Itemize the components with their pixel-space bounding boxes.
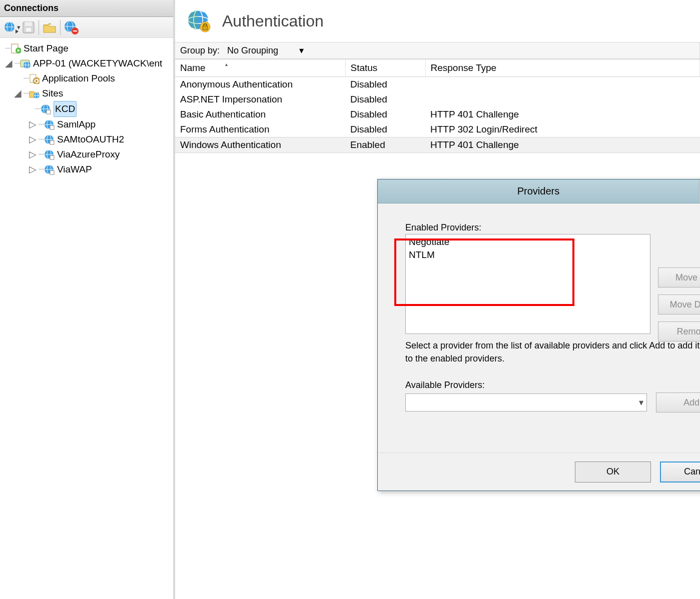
tree-label: Application Pools bbox=[42, 71, 115, 86]
enabled-providers-list[interactable]: Negotiate NTLM bbox=[405, 234, 650, 334]
tree-site-viawap[interactable]: ▷ ┈ ViaWAP bbox=[5, 162, 171, 177]
site-icon bbox=[44, 134, 55, 145]
col-response[interactable]: Response Type bbox=[425, 60, 700, 77]
available-providers-label: Available Providers: bbox=[405, 380, 700, 390]
svg-rect-32 bbox=[50, 126, 54, 130]
tree-start-page[interactable]: ┈ Start Page bbox=[5, 41, 171, 56]
connect-icon[interactable]: ▾ bbox=[3, 20, 21, 34]
table-row[interactable]: Anonymous AuthenticationDisabled bbox=[175, 77, 700, 92]
remove-button[interactable]: Remove bbox=[658, 322, 700, 342]
tree-site-samlapp[interactable]: ▷ ┈ SamlApp bbox=[5, 117, 171, 132]
instructions-text: Select a provider from the list of avail… bbox=[405, 339, 700, 365]
list-item[interactable]: Negotiate bbox=[409, 236, 647, 248]
cancel-button[interactable]: Cancel bbox=[660, 462, 700, 482]
expand-icon[interactable]: ▷ bbox=[29, 147, 36, 162]
enabled-providers-label: Enabled Providers: bbox=[405, 222, 700, 233]
svg-rect-44 bbox=[50, 170, 54, 174]
auth-table: Name▴ Status Response Type Anonymous Aut… bbox=[175, 59, 700, 153]
start-page-icon bbox=[10, 43, 21, 54]
remove-connection-icon[interactable] bbox=[64, 20, 80, 35]
connections-header: Connections bbox=[0, 0, 173, 17]
tree-site-samtooauth2[interactable]: ▷ ┈ SAMtoOAUTH2 bbox=[5, 132, 171, 147]
chevron-down-icon: ▾ bbox=[639, 397, 643, 408]
group-by-dropdown[interactable]: No Grouping ▾ bbox=[224, 44, 307, 56]
svg-rect-28 bbox=[47, 110, 51, 114]
svg-rect-36 bbox=[50, 140, 54, 144]
tree-app-pools[interactable]: ┈ Application Pools bbox=[5, 71, 171, 86]
tree-site-kcd[interactable]: ┈ KCD bbox=[5, 101, 171, 117]
svg-rect-6 bbox=[26, 28, 32, 32]
col-name[interactable]: Name▴ bbox=[175, 60, 345, 77]
table-row[interactable]: ASP.NET ImpersonationDisabled bbox=[175, 92, 700, 107]
collapse-icon[interactable]: ◢ bbox=[5, 56, 12, 71]
tree-server[interactable]: ◢ ┈ APP-01 (WACKETYWACK\ent bbox=[5, 56, 171, 71]
add-button[interactable]: Add bbox=[656, 392, 700, 412]
group-by-value: No Grouping bbox=[227, 46, 292, 56]
table-row-selected[interactable]: Windows AuthenticationEnabledHTTP 401 Ch… bbox=[175, 138, 700, 153]
connections-tree[interactable]: ┈ Start Page ◢ ┈ APP-01 (WACKETYWACK\ent… bbox=[0, 38, 173, 599]
tree-site-viaazureproxy[interactable]: ▷ ┈ ViaAzureProxy bbox=[5, 147, 171, 162]
table-row[interactable]: Forms AuthenticationDisabledHTTP 302 Log… bbox=[175, 122, 700, 138]
app-pools-icon bbox=[29, 73, 40, 84]
site-icon bbox=[44, 149, 55, 160]
group-by-label: Group by: bbox=[180, 46, 220, 56]
tree-label: KCD bbox=[54, 101, 77, 117]
tree-label: APP-01 (WACKETYWACK\ent bbox=[33, 56, 162, 71]
list-item[interactable]: NTLM bbox=[409, 248, 647, 262]
ok-button[interactable]: OK bbox=[575, 462, 651, 482]
collapse-icon[interactable]: ◢ bbox=[14, 86, 21, 101]
col-status[interactable]: Status bbox=[345, 60, 425, 77]
tree-sites[interactable]: ◢ ┈ Sites bbox=[5, 86, 171, 101]
group-by-bar: Group by: No Grouping ▾ bbox=[175, 42, 700, 59]
authentication-icon bbox=[187, 9, 211, 33]
move-up-button[interactable]: Move Up bbox=[658, 268, 700, 288]
available-providers-combo[interactable]: ▾ bbox=[405, 394, 647, 412]
table-row[interactable]: Basic AuthenticationDisabledHTTP 401 Cha… bbox=[175, 107, 700, 122]
server-icon bbox=[20, 58, 31, 69]
main-panel: Authentication Group by: No Grouping ▾ N… bbox=[175, 0, 700, 599]
svg-rect-40 bbox=[50, 156, 54, 160]
svg-rect-5 bbox=[25, 22, 32, 26]
tree-label: SAMtoOAUTH2 bbox=[57, 132, 124, 147]
connections-panel: Connections ▾ ┈ Start Page bbox=[0, 0, 175, 599]
dialog-titlebar[interactable]: Providers ? ✕ bbox=[378, 180, 700, 204]
dialog-title: Providers bbox=[378, 186, 699, 197]
site-icon bbox=[44, 119, 55, 130]
site-icon bbox=[44, 164, 55, 175]
sort-asc-icon: ▴ bbox=[225, 62, 228, 67]
tree-label: Start Page bbox=[24, 41, 69, 56]
connections-toolbar: ▾ bbox=[0, 17, 173, 38]
expand-icon[interactable]: ▷ bbox=[29, 117, 36, 132]
tree-label: ViaAzureProxy bbox=[57, 147, 120, 162]
expand-icon[interactable]: ▷ bbox=[29, 162, 36, 177]
sites-folder-icon bbox=[29, 88, 40, 99]
tree-label: ViaWAP bbox=[57, 162, 92, 177]
open-icon[interactable] bbox=[42, 20, 57, 34]
tree-label: Sites bbox=[42, 86, 63, 101]
providers-dialog: Providers ? ✕ Enabled Providers: Negotia… bbox=[377, 179, 700, 491]
tree-label: SamlApp bbox=[57, 117, 96, 132]
save-icon[interactable] bbox=[22, 20, 36, 34]
svg-rect-50 bbox=[203, 26, 208, 30]
page-title: Authentication bbox=[222, 12, 324, 30]
chevron-down-icon: ▾ bbox=[299, 45, 304, 56]
svg-point-21 bbox=[36, 80, 38, 82]
site-icon bbox=[40, 104, 51, 114]
expand-icon[interactable]: ▷ bbox=[29, 132, 36, 147]
move-down-button[interactable]: Move Down bbox=[658, 294, 700, 314]
